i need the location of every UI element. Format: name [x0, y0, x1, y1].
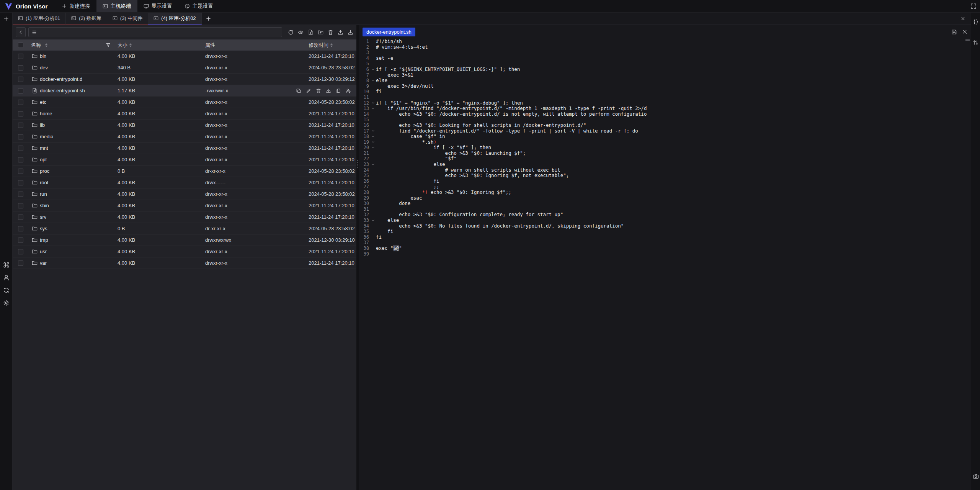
sort-carets-icon[interactable]	[129, 43, 132, 47]
fold-chevron-icon[interactable]	[370, 100, 376, 106]
row-checkbox[interactable]	[18, 261, 23, 266]
row-checkbox[interactable]	[18, 54, 23, 59]
new-folder-icon[interactable]	[318, 29, 323, 35]
close-tabs-icon[interactable]	[960, 16, 965, 21]
row-checkbox[interactable]	[18, 215, 23, 220]
new-connection-icon[interactable]	[3, 16, 9, 22]
file-row-home[interactable]: home4.00 KBdrwxr-xr-x2021-11-24 17:20:10	[13, 108, 356, 120]
path-input[interactable]	[28, 27, 282, 37]
file-row-usr[interactable]: usr4.00 KBdrwxr-xr-x2021-11-24 17:20:10	[13, 246, 356, 257]
fold-chevron-icon[interactable]	[370, 134, 376, 139]
copy-path-icon[interactable]	[296, 88, 301, 93]
show-hidden-icon[interactable]	[298, 29, 304, 35]
sort-carets-icon[interactable]	[45, 43, 47, 47]
fold-spacer	[370, 246, 376, 251]
row-checkbox[interactable]	[18, 134, 23, 139]
download-icon[interactable]	[348, 29, 353, 35]
terminal-tab-4[interactable]: (4) 应用-分析02	[148, 13, 201, 25]
nav-item-new-connection[interactable]: 新建连接	[56, 0, 96, 12]
file-row-media[interactable]: media4.00 KBdrwxr-xr-x2021-11-24 17:20:1…	[13, 131, 356, 143]
file-row-mnt[interactable]: mnt4.00 KBdrwxr-xr-x2021-11-24 17:20:10	[13, 143, 356, 154]
line-order-icon[interactable]	[973, 39, 979, 46]
file-row-sys[interactable]: sys0 Bdr-xr-xr-x2024-05-28 23:58:02	[13, 223, 356, 234]
nav-item-host-terminal[interactable]: 主机终端	[96, 0, 137, 12]
panel-splitter[interactable]	[356, 25, 359, 490]
column-name[interactable]: 名称	[31, 42, 41, 49]
format-icon[interactable]	[973, 19, 979, 25]
nav-item-display-settings[interactable]: 显示设置	[137, 0, 178, 12]
refresh-icon[interactable]	[288, 29, 294, 35]
editor-filename-tab[interactable]: docker-entrypoint.sh	[363, 28, 415, 36]
filter-icon[interactable]	[106, 43, 111, 48]
row-checkbox[interactable]	[18, 238, 23, 243]
file-row-etc[interactable]: etc4.00 KBdrwxr-xr-x2024-05-28 23:58:02	[13, 97, 356, 108]
fold-chevron-icon[interactable]	[370, 128, 376, 134]
code-editor[interactable]: 1#!/bin/sh2# vim:sw=4:ts=4:et34set -e56i…	[359, 39, 965, 490]
fold-chevron-icon[interactable]	[370, 162, 376, 167]
row-checkbox[interactable]	[18, 88, 23, 93]
duplicate-icon[interactable]	[336, 88, 341, 93]
scrollbar-thumb[interactable]	[965, 39, 970, 41]
delete-icon[interactable]	[316, 88, 321, 93]
fold-chevron-icon[interactable]	[370, 218, 376, 223]
file-row-docker-entrypoint.d[interactable]: docker-entrypoint.d4.00 KBdrwxr-xr-x2021…	[13, 74, 356, 85]
sort-carets-icon[interactable]	[330, 43, 333, 47]
terminal-tab-2[interactable]: (2) 数据库	[66, 13, 107, 25]
new-file-icon[interactable]	[308, 29, 314, 35]
file-row-tmp[interactable]: tmp4.00 KBdrwxrwxrwx2021-12-30 03:29:10	[13, 234, 356, 246]
fold-chevron-icon[interactable]	[370, 67, 376, 72]
fold-chevron-icon[interactable]	[370, 78, 376, 84]
file-row-bin[interactable]: bin4.00 KBdrwxr-xr-x2021-11-24 17:20:10	[13, 51, 356, 62]
fold-chevron-icon[interactable]	[370, 106, 376, 111]
file-row-srv[interactable]: srv4.00 KBdrwxr-xr-x2021-11-24 17:20:10	[13, 211, 356, 223]
row-checkbox[interactable]	[18, 111, 23, 116]
edit-icon[interactable]	[306, 88, 311, 93]
permission-icon[interactable]	[346, 88, 351, 93]
file-row-var[interactable]: var4.00 KBdrwxr-xr-x2021-11-24 17:20:10	[13, 257, 356, 269]
line-number: 34	[359, 223, 370, 229]
fold-spacer	[370, 251, 376, 257]
terminal-tab-3[interactable]: (3) 中间件	[107, 13, 149, 25]
upload-icon[interactable]	[338, 29, 343, 35]
download-icon[interactable]	[326, 88, 331, 93]
back-button[interactable]	[16, 27, 26, 37]
settings-icon[interactable]	[3, 300, 10, 306]
transfer-icon[interactable]	[3, 287, 10, 293]
file-row-run[interactable]: run4.00 KBdrwxr-xr-x2024-05-28 23:58:02	[13, 188, 356, 200]
row-checkbox[interactable]	[18, 169, 23, 174]
file-row-sbin[interactable]: sbin4.00 KBdrwxr-xr-x2021-11-24 17:20:10	[13, 200, 356, 211]
row-checkbox[interactable]	[18, 249, 23, 254]
file-row-root[interactable]: root4.00 KBdrwx------2021-11-24 17:20:10	[13, 177, 356, 188]
file-size: 4.00 KB	[115, 99, 203, 105]
user-icon[interactable]	[3, 274, 10, 281]
select-all-checkbox[interactable]	[18, 43, 23, 48]
fold-chevron-icon[interactable]	[370, 139, 376, 145]
row-checkbox[interactable]	[18, 77, 23, 82]
save-icon[interactable]	[951, 29, 957, 35]
row-checkbox[interactable]	[18, 180, 23, 185]
command-icon[interactable]	[3, 262, 10, 268]
delete-icon[interactable]	[328, 29, 333, 35]
row-checkbox[interactable]	[18, 123, 23, 128]
row-checkbox[interactable]	[18, 203, 23, 208]
row-checkbox[interactable]	[18, 226, 23, 231]
nav-item-theme-settings[interactable]: 主题设置	[178, 0, 219, 12]
file-row-proc[interactable]: proc0 Bdr-xr-xr-x2024-05-28 23:58:02	[13, 166, 356, 177]
row-checkbox[interactable]	[18, 146, 23, 151]
row-checkbox[interactable]	[18, 100, 23, 105]
screenshot-icon[interactable]	[973, 473, 979, 479]
file-row-docker-entrypoint.sh[interactable]: docker-entrypoint.sh1.17 KB-rwxrwxr-x	[13, 85, 356, 97]
close-editor-icon[interactable]	[962, 29, 967, 34]
row-checkbox[interactable]	[18, 157, 23, 162]
column-mtime[interactable]: 修改时间	[309, 42, 328, 49]
file-row-dev[interactable]: dev340 Bdrwxr-xr-x2024-05-28 23:58:02	[13, 62, 356, 74]
fullscreen-icon[interactable]	[970, 3, 977, 9]
file-row-lib[interactable]: lib4.00 KBdrwxr-xr-x2021-11-24 17:20:10	[13, 120, 356, 131]
row-checkbox[interactable]	[18, 192, 23, 197]
row-checkbox[interactable]	[18, 65, 23, 70]
column-size[interactable]: 大小	[118, 42, 127, 49]
terminal-tab-1[interactable]: (1) 应用-分析01	[13, 13, 66, 25]
file-row-opt[interactable]: opt4.00 KBdrwxr-xr-x2021-11-24 17:20:10	[13, 154, 356, 166]
fold-chevron-icon[interactable]	[370, 145, 376, 151]
add-tab-icon[interactable]	[206, 16, 211, 21]
